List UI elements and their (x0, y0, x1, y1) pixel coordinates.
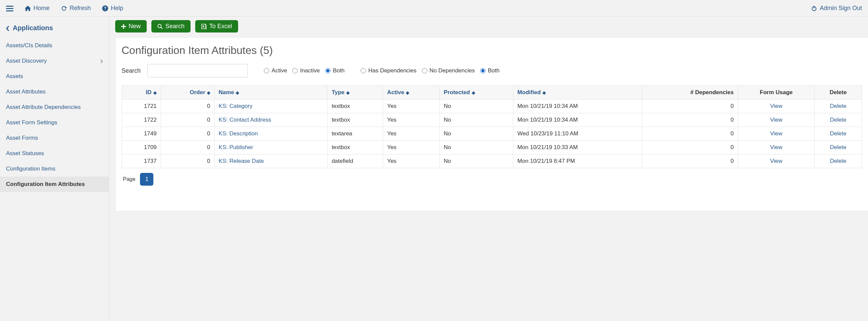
cell-delete[interactable]: Delete (814, 99, 862, 113)
cell-delete[interactable]: Delete (814, 127, 862, 141)
cell-type: textarea (328, 127, 383, 141)
svg-rect-2 (6, 10, 13, 11)
sidebar-item[interactable]: Configuration Item Attributes (0, 177, 109, 192)
cell-view-link[interactable]: View (770, 144, 783, 150)
sidebar-item[interactable]: Asset Discovery (0, 53, 109, 69)
cell-delete-link[interactable]: Delete (830, 158, 846, 164)
sidebar-item[interactable]: Assets/CIs Details (0, 38, 109, 53)
search-input[interactable] (147, 64, 248, 78)
chevron-left-icon (6, 24, 9, 32)
cell-view[interactable]: View (738, 99, 815, 113)
cell-name[interactable]: KS: Contact Address (214, 113, 328, 127)
cell-modified: Mon 10/21/19 10:34 AM (513, 113, 642, 127)
refresh-link[interactable]: Refresh (61, 5, 91, 12)
cell-order: 0 (161, 99, 214, 113)
sidebar-back[interactable]: Applications (0, 23, 109, 38)
cell-name[interactable]: KS: Category (214, 99, 328, 113)
cell-id: 1721 (122, 99, 161, 113)
cell-name[interactable]: KS: Publisher (214, 141, 328, 154)
cell-delete-link[interactable]: Delete (830, 117, 846, 123)
hamburger-icon[interactable] (6, 4, 13, 13)
search-button[interactable]: Search (151, 20, 190, 32)
radio-option[interactable]: Active (264, 67, 287, 74)
cell-name[interactable]: KS: Description (214, 127, 328, 141)
cell-order: 0 (161, 113, 214, 127)
col-protected[interactable]: Protected◆ (440, 86, 514, 99)
cell-view-link[interactable]: View (770, 103, 783, 109)
radio-input[interactable] (361, 68, 366, 74)
sidebar-item[interactable]: Configuration Items (0, 161, 109, 177)
sidebar-item[interactable]: Asset Attribute Dependencies (0, 99, 109, 115)
sidebar-item[interactable]: Assets (0, 69, 109, 84)
col-active[interactable]: Active◆ (383, 86, 440, 99)
help-link[interactable]: ? Help (102, 5, 123, 12)
radio-input[interactable] (264, 68, 269, 74)
radio-option[interactable]: No Dependencies (422, 67, 475, 74)
sidebar-item[interactable]: Asset Statuses (0, 146, 109, 161)
sort-icon: ◆ (207, 90, 210, 95)
sidebar-item[interactable]: Asset Forms (0, 130, 109, 146)
cell-protected: No (440, 113, 514, 127)
pager-page-1[interactable]: 1 (140, 173, 153, 186)
to-excel-button[interactable]: To Excel (195, 20, 238, 32)
cell-delete[interactable]: Delete (814, 154, 862, 168)
cell-delete-link[interactable]: Delete (830, 130, 846, 137)
cell-active: Yes (383, 154, 440, 168)
col-modified[interactable]: Modified◆ (513, 86, 642, 99)
cell-name-link[interactable]: KS: Category (219, 103, 252, 109)
col-type[interactable]: Type◆ (328, 86, 383, 99)
table-header-row: ID◆ Order◆ Name◆ Type◆ Active◆ Protected… (122, 86, 862, 99)
home-icon (25, 5, 31, 12)
radio-option[interactable]: Inactive (292, 67, 320, 74)
col-name[interactable]: Name◆ (214, 86, 328, 99)
cell-delete[interactable]: Delete (814, 113, 862, 127)
main-content: New Search To Excel Configuration Item A… (109, 17, 868, 321)
radio-input[interactable] (422, 68, 427, 74)
topbar: Home Refresh ? Help Admin Sign Out (0, 0, 868, 17)
cell-protected: No (440, 141, 514, 154)
signout-link[interactable]: Admin Sign Out (811, 5, 862, 12)
cell-name-link[interactable]: KS: Release Date (219, 158, 264, 164)
new-button[interactable]: New (115, 20, 147, 32)
plus-icon (121, 23, 126, 30)
cell-name[interactable]: KS: Release Date (214, 154, 328, 168)
radio-option[interactable]: Both (325, 67, 345, 74)
sidebar-item[interactable]: Asset Form Settings (0, 115, 109, 130)
cell-protected: No (440, 127, 514, 141)
sidebar-item-label: Asset Attributes (6, 88, 45, 95)
radio-label: Has Dependencies (368, 67, 416, 74)
new-label: New (129, 23, 141, 30)
sidebar: Applications Assets/CIs DetailsAsset Dis… (0, 17, 109, 321)
cell-order: 0 (161, 141, 214, 154)
cell-view[interactable]: View (738, 127, 815, 141)
radio-input[interactable] (480, 68, 486, 74)
cell-view[interactable]: View (738, 141, 815, 154)
sidebar-item[interactable]: Asset Attributes (0, 84, 109, 99)
cell-view[interactable]: View (738, 154, 815, 168)
col-order[interactable]: Order◆ (161, 86, 214, 99)
table-row: 17210KS: CategorytextboxYesNoMon 10/21/1… (122, 99, 862, 113)
radio-input[interactable] (292, 68, 298, 74)
cell-delete-link[interactable]: Delete (830, 144, 846, 150)
cell-view-link[interactable]: View (770, 158, 783, 164)
radio-option[interactable]: Both (480, 67, 500, 74)
radio-option[interactable]: Has Dependencies (361, 67, 416, 74)
cell-name-link[interactable]: KS: Publisher (219, 144, 253, 150)
cell-view-link[interactable]: View (770, 130, 783, 137)
sort-icon: ◆ (406, 90, 409, 95)
sidebar-item-label: Configuration Item Attributes (6, 181, 85, 187)
cell-name-link[interactable]: KS: Contact Address (219, 117, 271, 123)
cell-view[interactable]: View (738, 113, 815, 127)
cell-delete[interactable]: Delete (814, 141, 862, 154)
col-delete: Delete (814, 86, 862, 99)
radio-input[interactable] (325, 68, 331, 74)
sort-icon: ◆ (542, 90, 546, 95)
signout-label: Admin Sign Out (820, 5, 862, 12)
status-filter-group: ActiveInactiveBoth (264, 67, 345, 74)
home-link[interactable]: Home (25, 5, 50, 12)
cell-name-link[interactable]: KS: Description (219, 130, 258, 137)
cell-modified: Mon 10/21/19 10:33 AM (513, 141, 642, 154)
col-id[interactable]: ID◆ (122, 86, 161, 99)
cell-delete-link[interactable]: Delete (830, 103, 846, 109)
cell-view-link[interactable]: View (770, 117, 783, 123)
